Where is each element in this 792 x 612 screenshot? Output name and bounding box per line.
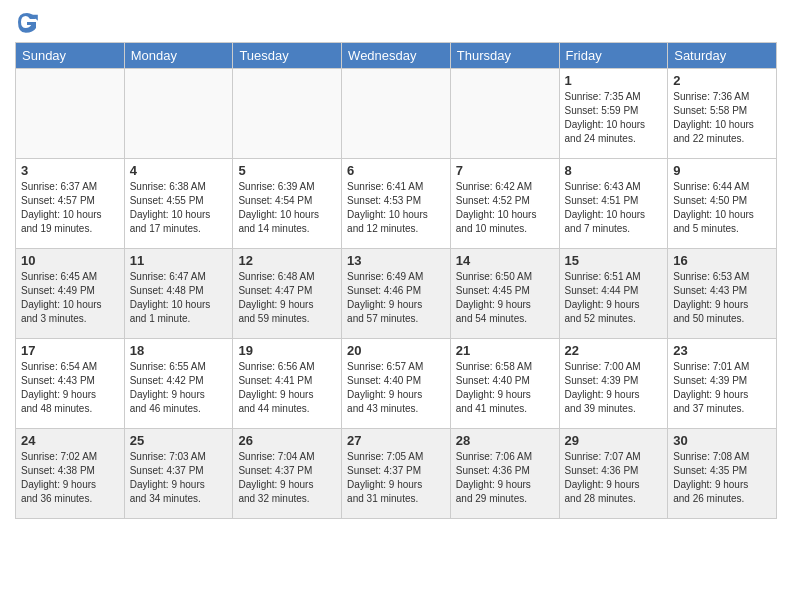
calendar-cell: 5Sunrise: 6:39 AM Sunset: 4:54 PM Daylig…	[233, 159, 342, 249]
day-info: Sunrise: 6:38 AM Sunset: 4:55 PM Dayligh…	[130, 180, 228, 236]
logo-icon	[15, 10, 39, 34]
day-number: 24	[21, 433, 119, 448]
day-info: Sunrise: 6:57 AM Sunset: 4:40 PM Dayligh…	[347, 360, 445, 416]
day-info: Sunrise: 7:00 AM Sunset: 4:39 PM Dayligh…	[565, 360, 663, 416]
calendar-cell	[233, 69, 342, 159]
day-info: Sunrise: 7:08 AM Sunset: 4:35 PM Dayligh…	[673, 450, 771, 506]
day-info: Sunrise: 6:43 AM Sunset: 4:51 PM Dayligh…	[565, 180, 663, 236]
day-number: 11	[130, 253, 228, 268]
col-header-thursday: Thursday	[450, 43, 559, 69]
day-number: 9	[673, 163, 771, 178]
day-number: 6	[347, 163, 445, 178]
calendar-cell: 6Sunrise: 6:41 AM Sunset: 4:53 PM Daylig…	[342, 159, 451, 249]
day-info: Sunrise: 7:01 AM Sunset: 4:39 PM Dayligh…	[673, 360, 771, 416]
day-info: Sunrise: 6:50 AM Sunset: 4:45 PM Dayligh…	[456, 270, 554, 326]
calendar-cell	[342, 69, 451, 159]
day-info: Sunrise: 6:39 AM Sunset: 4:54 PM Dayligh…	[238, 180, 336, 236]
day-number: 19	[238, 343, 336, 358]
calendar-cell: 17Sunrise: 6:54 AM Sunset: 4:43 PM Dayli…	[16, 339, 125, 429]
day-number: 23	[673, 343, 771, 358]
calendar-cell: 24Sunrise: 7:02 AM Sunset: 4:38 PM Dayli…	[16, 429, 125, 519]
calendar-cell: 21Sunrise: 6:58 AM Sunset: 4:40 PM Dayli…	[450, 339, 559, 429]
day-info: Sunrise: 7:35 AM Sunset: 5:59 PM Dayligh…	[565, 90, 663, 146]
day-info: Sunrise: 7:05 AM Sunset: 4:37 PM Dayligh…	[347, 450, 445, 506]
col-header-saturday: Saturday	[668, 43, 777, 69]
calendar-cell: 23Sunrise: 7:01 AM Sunset: 4:39 PM Dayli…	[668, 339, 777, 429]
day-number: 7	[456, 163, 554, 178]
day-info: Sunrise: 7:36 AM Sunset: 5:58 PM Dayligh…	[673, 90, 771, 146]
calendar-cell: 19Sunrise: 6:56 AM Sunset: 4:41 PM Dayli…	[233, 339, 342, 429]
day-info: Sunrise: 6:48 AM Sunset: 4:47 PM Dayligh…	[238, 270, 336, 326]
calendar-cell: 3Sunrise: 6:37 AM Sunset: 4:57 PM Daylig…	[16, 159, 125, 249]
day-number: 26	[238, 433, 336, 448]
day-info: Sunrise: 6:55 AM Sunset: 4:42 PM Dayligh…	[130, 360, 228, 416]
calendar-cell: 9Sunrise: 6:44 AM Sunset: 4:50 PM Daylig…	[668, 159, 777, 249]
day-info: Sunrise: 6:41 AM Sunset: 4:53 PM Dayligh…	[347, 180, 445, 236]
day-number: 29	[565, 433, 663, 448]
calendar-cell: 11Sunrise: 6:47 AM Sunset: 4:48 PM Dayli…	[124, 249, 233, 339]
calendar-cell: 13Sunrise: 6:49 AM Sunset: 4:46 PM Dayli…	[342, 249, 451, 339]
calendar-header: SundayMondayTuesdayWednesdayThursdayFrid…	[16, 43, 777, 69]
day-info: Sunrise: 6:54 AM Sunset: 4:43 PM Dayligh…	[21, 360, 119, 416]
calendar-cell: 20Sunrise: 6:57 AM Sunset: 4:40 PM Dayli…	[342, 339, 451, 429]
day-number: 20	[347, 343, 445, 358]
day-info: Sunrise: 6:53 AM Sunset: 4:43 PM Dayligh…	[673, 270, 771, 326]
calendar-cell: 14Sunrise: 6:50 AM Sunset: 4:45 PM Dayli…	[450, 249, 559, 339]
day-info: Sunrise: 6:58 AM Sunset: 4:40 PM Dayligh…	[456, 360, 554, 416]
day-info: Sunrise: 6:42 AM Sunset: 4:52 PM Dayligh…	[456, 180, 554, 236]
week-row-1: 3Sunrise: 6:37 AM Sunset: 4:57 PM Daylig…	[16, 159, 777, 249]
day-number: 14	[456, 253, 554, 268]
day-info: Sunrise: 7:02 AM Sunset: 4:38 PM Dayligh…	[21, 450, 119, 506]
day-info: Sunrise: 6:37 AM Sunset: 4:57 PM Dayligh…	[21, 180, 119, 236]
calendar-body: 1Sunrise: 7:35 AM Sunset: 5:59 PM Daylig…	[16, 69, 777, 519]
calendar-cell: 15Sunrise: 6:51 AM Sunset: 4:44 PM Dayli…	[559, 249, 668, 339]
calendar-cell: 10Sunrise: 6:45 AM Sunset: 4:49 PM Dayli…	[16, 249, 125, 339]
day-number: 25	[130, 433, 228, 448]
calendar-cell	[124, 69, 233, 159]
day-number: 2	[673, 73, 771, 88]
day-number: 17	[21, 343, 119, 358]
day-number: 15	[565, 253, 663, 268]
day-info: Sunrise: 6:47 AM Sunset: 4:48 PM Dayligh…	[130, 270, 228, 326]
calendar-cell: 25Sunrise: 7:03 AM Sunset: 4:37 PM Dayli…	[124, 429, 233, 519]
day-number: 4	[130, 163, 228, 178]
col-header-sunday: Sunday	[16, 43, 125, 69]
calendar-cell: 8Sunrise: 6:43 AM Sunset: 4:51 PM Daylig…	[559, 159, 668, 249]
calendar-cell: 26Sunrise: 7:04 AM Sunset: 4:37 PM Dayli…	[233, 429, 342, 519]
day-info: Sunrise: 6:45 AM Sunset: 4:49 PM Dayligh…	[21, 270, 119, 326]
calendar-table: SundayMondayTuesdayWednesdayThursdayFrid…	[15, 42, 777, 519]
day-info: Sunrise: 6:49 AM Sunset: 4:46 PM Dayligh…	[347, 270, 445, 326]
calendar-cell: 18Sunrise: 6:55 AM Sunset: 4:42 PM Dayli…	[124, 339, 233, 429]
day-info: Sunrise: 7:03 AM Sunset: 4:37 PM Dayligh…	[130, 450, 228, 506]
calendar-cell: 1Sunrise: 7:35 AM Sunset: 5:59 PM Daylig…	[559, 69, 668, 159]
day-number: 16	[673, 253, 771, 268]
day-number: 3	[21, 163, 119, 178]
calendar-cell: 27Sunrise: 7:05 AM Sunset: 4:37 PM Dayli…	[342, 429, 451, 519]
day-number: 10	[21, 253, 119, 268]
calendar-cell: 22Sunrise: 7:00 AM Sunset: 4:39 PM Dayli…	[559, 339, 668, 429]
day-info: Sunrise: 7:07 AM Sunset: 4:36 PM Dayligh…	[565, 450, 663, 506]
day-number: 30	[673, 433, 771, 448]
day-number: 8	[565, 163, 663, 178]
col-header-monday: Monday	[124, 43, 233, 69]
header-row: SundayMondayTuesdayWednesdayThursdayFrid…	[16, 43, 777, 69]
logo	[15, 10, 41, 34]
calendar-cell: 16Sunrise: 6:53 AM Sunset: 4:43 PM Dayli…	[668, 249, 777, 339]
calendar-cell: 7Sunrise: 6:42 AM Sunset: 4:52 PM Daylig…	[450, 159, 559, 249]
day-number: 18	[130, 343, 228, 358]
week-row-2: 10Sunrise: 6:45 AM Sunset: 4:49 PM Dayli…	[16, 249, 777, 339]
day-number: 27	[347, 433, 445, 448]
calendar-cell: 12Sunrise: 6:48 AM Sunset: 4:47 PM Dayli…	[233, 249, 342, 339]
day-number: 5	[238, 163, 336, 178]
day-number: 22	[565, 343, 663, 358]
calendar-cell: 2Sunrise: 7:36 AM Sunset: 5:58 PM Daylig…	[668, 69, 777, 159]
week-row-0: 1Sunrise: 7:35 AM Sunset: 5:59 PM Daylig…	[16, 69, 777, 159]
calendar-cell	[16, 69, 125, 159]
day-info: Sunrise: 7:04 AM Sunset: 4:37 PM Dayligh…	[238, 450, 336, 506]
page: SundayMondayTuesdayWednesdayThursdayFrid…	[0, 0, 792, 529]
day-info: Sunrise: 6:56 AM Sunset: 4:41 PM Dayligh…	[238, 360, 336, 416]
calendar-cell: 28Sunrise: 7:06 AM Sunset: 4:36 PM Dayli…	[450, 429, 559, 519]
day-number: 21	[456, 343, 554, 358]
calendar-cell: 29Sunrise: 7:07 AM Sunset: 4:36 PM Dayli…	[559, 429, 668, 519]
day-number: 12	[238, 253, 336, 268]
